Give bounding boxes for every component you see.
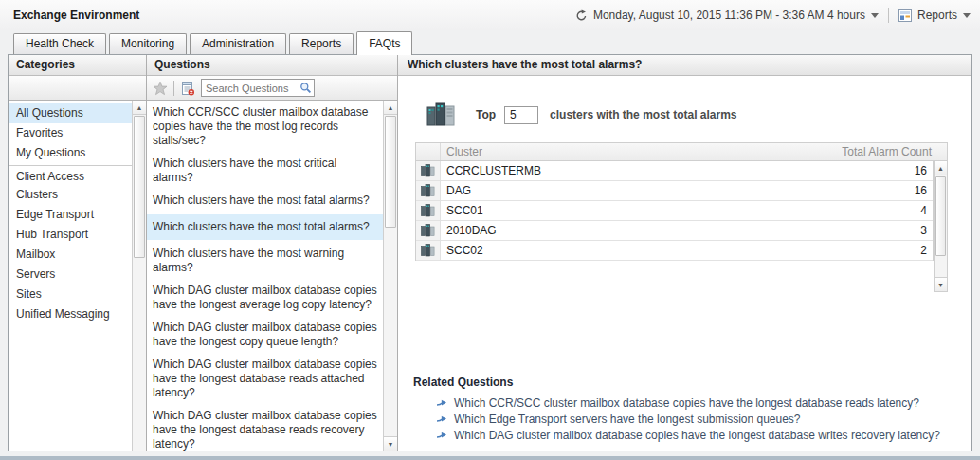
category-label: Edge Transport — [16, 208, 94, 221]
category-item[interactable]: Clusters — [9, 185, 132, 205]
favorite-star-icon[interactable] — [152, 80, 169, 97]
tab[interactable]: FAQts — [356, 31, 412, 55]
tab[interactable]: Reports — [289, 33, 354, 54]
category-item[interactable]: Hub Transport — [9, 225, 132, 245]
question-text: Which DAG cluster mailbox database copie… — [153, 284, 377, 311]
arrow-right-icon — [436, 431, 447, 440]
tab[interactable]: Health Check — [13, 33, 106, 54]
related-question-link[interactable]: Which DAG cluster mailbox database copie… — [413, 427, 956, 443]
tab[interactable]: Administration — [190, 33, 286, 54]
questions-toolbar — [147, 76, 397, 101]
category-label: Unified Messaging — [16, 307, 110, 321]
related-questions-section: Related Questions Which CCR/SCC cluster … — [413, 376, 956, 443]
tab-label: Monitoring — [121, 37, 174, 50]
category-label: Clusters — [16, 188, 58, 201]
scrollbar-thumb[interactable] — [385, 116, 396, 228]
category-label: My Questions — [16, 146, 85, 159]
scrollbar-thumb[interactable] — [935, 176, 946, 256]
scroll-up-icon[interactable]: ▲ — [935, 161, 947, 175]
question-item[interactable]: Which clusters have the most warning ala… — [147, 245, 383, 277]
categories-header: Categories — [9, 55, 146, 76]
cluster-column-header[interactable]: Cluster — [441, 143, 723, 160]
question-item[interactable]: Which DAG cluster mailbox database copie… — [147, 356, 383, 402]
scrollbar-thumb[interactable] — [134, 116, 145, 258]
answer-panel: Which clusters have the most total alarm… — [398, 55, 971, 451]
tab-label: Administration — [202, 37, 274, 50]
category-item[interactable]: All Questions — [9, 103, 132, 123]
search-input[interactable] — [202, 83, 299, 94]
question-text: Which CCR/SCC cluster mailbox database c… — [153, 105, 368, 147]
related-question-text: Which DAG cluster mailbox database copie… — [454, 429, 940, 442]
related-questions-title: Related Questions — [413, 376, 956, 389]
category-label: Hub Transport — [16, 228, 88, 241]
time-range-caret-icon[interactable] — [871, 13, 879, 18]
related-question-link[interactable]: Which Edge Transport servers have the lo… — [413, 411, 956, 427]
table-row[interactable]: DAG 16 — [416, 181, 933, 201]
cluster-icon — [416, 181, 441, 200]
questions-scrollbar[interactable]: ▲ ▼ — [383, 101, 397, 451]
tab-label: Reports — [301, 37, 341, 50]
top-count-input[interactable] — [504, 106, 538, 124]
category-label: Servers — [16, 267, 55, 281]
table-header: Cluster Total Alarm Count — [415, 142, 948, 161]
cluster-name: CCRCLUSTERMB — [441, 161, 718, 180]
category-item[interactable]: My Questions — [9, 143, 132, 163]
tab[interactable]: Monitoring — [109, 33, 187, 54]
category-item[interactable]: Sites — [9, 285, 132, 304]
question-item[interactable]: Which clusters have the most total alarm… — [147, 214, 383, 240]
alarm-count-column-header[interactable]: Total Alarm Count — [723, 143, 947, 160]
question-text: Which clusters have the most fatal alarm… — [153, 193, 370, 207]
category-label: All Questions — [16, 106, 83, 120]
table-row[interactable]: SCC01 4 — [416, 201, 933, 221]
category-item[interactable]: Favorites — [9, 123, 132, 143]
category-label: Sites — [16, 287, 42, 301]
cluster-name: 2010DAG — [441, 221, 718, 240]
table-row[interactable]: SCC02 2 — [416, 241, 933, 261]
time-range-label[interactable]: Monday, August 10, 2015 11:36 PM - 3:36 … — [593, 9, 865, 22]
category-item[interactable]: Edge Transport — [9, 205, 132, 225]
scroll-down-icon[interactable]: ▼ — [935, 277, 947, 291]
scroll-up-icon[interactable]: ▲ — [384, 101, 397, 115]
related-question-link[interactable]: Which CCR/SCC cluster mailbox database c… — [413, 395, 956, 411]
reports-button[interactable]: Reports — [917, 9, 957, 22]
category-label: Client Access — [16, 170, 84, 183]
search-box — [201, 79, 315, 97]
question-item[interactable]: Which clusters have the most critical al… — [147, 155, 383, 187]
related-question-text: Which Edge Transport servers have the lo… — [454, 413, 801, 426]
top-label: Top — [476, 108, 496, 121]
categories-scrollbar[interactable]: ▲ — [132, 101, 146, 451]
alarm-count: 16 — [718, 181, 933, 200]
divider — [888, 8, 889, 23]
category-item[interactable]: Mailbox — [9, 245, 132, 265]
question-item[interactable]: Which DAG cluster mailbox database copie… — [147, 282, 383, 314]
related-question-text: Which CCR/SCC cluster mailbox database c… — [454, 396, 919, 410]
reports-caret-icon[interactable] — [963, 13, 971, 18]
search-icon[interactable] — [299, 82, 314, 94]
cluster-name: SCC01 — [441, 201, 718, 220]
table-row[interactable]: CCRCLUSTERMB 16 — [416, 161, 933, 181]
category-item[interactable]: Client Access — [9, 165, 132, 185]
toolbar-separator — [173, 81, 174, 96]
question-text: Which DAG cluster mailbox database copie… — [153, 358, 377, 399]
top-n-control: Top clusters with the most total alarms — [426, 101, 956, 129]
cluster-icon — [416, 241, 441, 260]
question-item[interactable]: Which CCR/SCC cluster mailbox database c… — [147, 103, 383, 150]
category-item[interactable]: Unified Messaging — [9, 304, 132, 324]
categories-toolbar — [9, 76, 146, 101]
category-item[interactable]: Servers — [9, 265, 132, 285]
question-item[interactable]: Which DAG cluster mailbox database copie… — [147, 407, 383, 451]
questions-header: Questions — [147, 55, 397, 76]
question-text: Which clusters have the most warning ala… — [153, 247, 344, 274]
table-row[interactable]: 2010DAG 3 — [416, 221, 933, 241]
alarm-count: 3 — [718, 221, 933, 240]
table-scrollbar[interactable]: ▲ ▼ — [934, 161, 948, 292]
remove-question-icon[interactable] — [179, 80, 196, 97]
cluster-icon — [416, 221, 441, 240]
cluster-icon — [416, 201, 441, 220]
question-item[interactable]: Which clusters have the most fatal alarm… — [147, 192, 383, 210]
scroll-up-icon[interactable]: ▲ — [133, 101, 146, 115]
question-item[interactable]: Which DAG cluster mailbox database copie… — [147, 319, 383, 351]
questions-panel: Questions — [146, 55, 398, 451]
scroll-down-icon[interactable]: ▼ — [384, 436, 397, 451]
questions-list: Which CCR/SCC cluster mailbox database c… — [147, 101, 383, 451]
